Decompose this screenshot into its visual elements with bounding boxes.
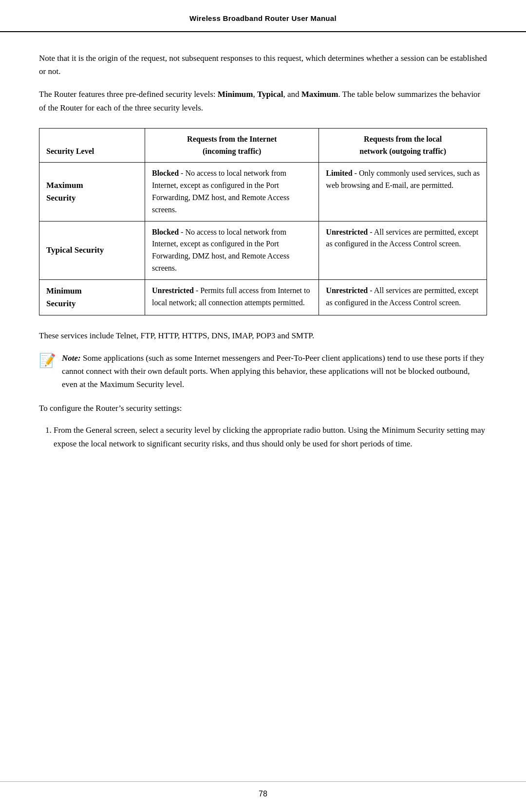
page-footer: 78 — [0, 781, 526, 812]
note-text: Note: Some applications (such as some In… — [62, 351, 487, 391]
para2-maximum: Maximum — [301, 90, 338, 99]
main-content: Note that it is the origin of the reques… — [0, 32, 526, 781]
para1-text: Note that it is the origin of the reques… — [39, 54, 487, 76]
local-traffic-minimum: Unrestricted - All services are permitte… — [319, 279, 487, 315]
security-level-typical: Typical Security — [39, 221, 145, 279]
para2-minimum: Minimum — [218, 90, 253, 99]
note-body: Some applications (such as some Internet… — [62, 353, 484, 389]
note-label: Note: — [62, 353, 81, 363]
header-title: Wireless Broadband Router User Manual — [189, 14, 337, 22]
services-text: These services include Telnet, FTP, HTTP… — [39, 329, 487, 342]
page-header: Wireless Broadband Router User Manual — [0, 0, 526, 32]
col-header-internet: Requests from the Internet(incoming traf… — [145, 128, 319, 163]
table-row: MinimumSecurity Unrestricted - Permits f… — [39, 279, 487, 315]
table-row: MaximumSecurity Blocked - No access to l… — [39, 163, 487, 221]
configure-text: To configure the Router’s security setti… — [39, 402, 487, 415]
para2-prefix: The Router features three pre-defined se… — [39, 90, 218, 99]
security-table: Security Level Requests from the Interne… — [39, 128, 487, 316]
paragraph-2: The Router features three pre-defined se… — [39, 88, 487, 114]
para2-typical: Typical — [257, 90, 283, 99]
table-header-row: Security Level Requests from the Interne… — [39, 128, 487, 163]
security-level-maximum: MaximumSecurity — [39, 163, 145, 221]
internet-traffic-maximum: Blocked - No access to local network fro… — [145, 163, 319, 221]
numbered-list: From the General screen, select a securi… — [54, 424, 487, 450]
para2-mid2: , and — [283, 90, 301, 99]
security-level-minimum: MinimumSecurity — [39, 279, 145, 315]
internet-traffic-typical: Blocked - No access to local network fro… — [145, 221, 319, 279]
page-container: Wireless Broadband Router User Manual No… — [0, 0, 526, 812]
para2-mid1: , — [253, 90, 258, 99]
col-header-security: Security Level — [39, 128, 145, 163]
local-traffic-typical: Unrestricted - All services are permitte… — [319, 221, 487, 279]
list-item: From the General screen, select a securi… — [54, 424, 487, 450]
note-block: 📝 Note: Some applications (such as some … — [39, 351, 487, 391]
table-row: Typical Security Blocked - No access to … — [39, 221, 487, 279]
paragraph-1: Note that it is the origin of the reques… — [39, 52, 487, 78]
local-traffic-maximum: Limited - Only commonly used services, s… — [319, 163, 487, 221]
page-number: 78 — [259, 790, 267, 798]
internet-traffic-minimum: Unrestricted - Permits full access from … — [145, 279, 319, 315]
note-icon: 📝 — [39, 352, 56, 369]
col-header-local: Requests from the localnetwork (outgoing… — [319, 128, 487, 163]
